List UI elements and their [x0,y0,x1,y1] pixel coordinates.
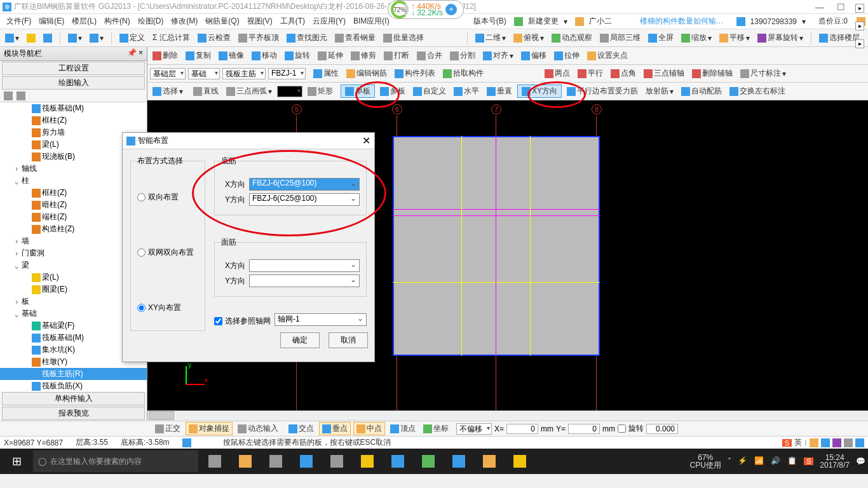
combo-top-y[interactable] [249,274,360,287]
xydir-button[interactable]: XY方向 [517,85,562,98]
menu-view[interactable]: 视图(V) [243,16,276,27]
menu-component[interactable]: 构件(N) [100,16,134,27]
fullscreen-button[interactable]: 全屏 [646,31,676,44]
split-button[interactable]: 分割 [447,49,478,62]
sidebar-btn-drawinput[interactable]: 绘图输入 [2,76,145,90]
app-browser[interactable] [262,450,290,473]
check-refgrid[interactable]: 选择参照轴网 [214,316,271,327]
zoom-button[interactable]: 缩放 ▾ [679,31,714,44]
single-board-button[interactable]: 单板 [341,85,375,98]
snap-perp[interactable]: 垂点 [319,422,351,435]
snap-cross[interactable]: 交点 [286,422,316,435]
dimlabel-button[interactable]: 尺寸标注 ▾ [738,67,789,80]
combo-bot-x[interactable]: FBZJ-6(C25@100) [249,178,360,191]
menu-floor[interactable]: 楼层(L) [68,16,100,27]
menu-cloud[interactable]: 云应用(Y) [309,16,349,27]
pickcomp-button[interactable]: 拾取构件 [440,67,486,80]
sidebar-btn-singleinput[interactable]: 单构件输入 [2,392,145,405]
tree-node[interactable]: 框柱(Z) [0,114,147,126]
tree-node[interactable]: 筏板主筋(R) [0,368,147,380]
copy-button[interactable]: 复制 [183,49,214,62]
delete-button[interactable]: 删除 [150,49,180,62]
sidebar-pin-icon[interactable]: 📌 × [127,48,143,59]
ime-indicator[interactable]: S [782,439,792,447]
findimg-button[interactable]: 查找图元 [284,31,330,44]
app-ggj[interactable] [445,450,473,473]
open-button[interactable] [24,32,38,44]
radio-bidir[interactable]: 双向布置 [137,192,198,203]
menu-bim[interactable]: BIM应用(I) [349,16,393,27]
radio-doublenet[interactable]: 双网双向布置 [137,247,198,258]
combo-refgrid[interactable]: 轴网-1 [275,313,367,326]
autobar-button[interactable]: 自动配筋 [679,85,724,98]
phone-button[interactable]: 13907298339 ▾ [733,17,810,26]
bird-button[interactable]: 俯视 ▾ [511,31,546,44]
user-button[interactable]: 广小二 [571,16,620,27]
batchsel-button[interactable]: 批量选择 [381,31,426,44]
app-notes[interactable] [475,450,503,473]
tray-volume-icon[interactable]: 🔊 [771,456,781,466]
tray-ime-icon[interactable]: S [804,458,813,465]
taskbar-search[interactable]: ◯ 在这里输入你要搜索的内容 [33,451,198,472]
maximize-button[interactable]: ☐ [837,2,845,12]
menu-tools[interactable]: 工具(T) [276,16,309,27]
snap-apex[interactable]: 顶点 [388,422,418,435]
radbar-button[interactable]: 放射筋 ▾ [643,85,676,98]
check-rotate[interactable] [618,424,626,433]
dialog-close-button[interactable]: ✕ [362,135,370,147]
tray-app3-icon[interactable] [832,438,841,447]
view2d-button[interactable]: 二维 ▾ [473,31,508,44]
save-button[interactable] [41,32,55,44]
network-widget[interactable]: 72% ↑ 440K/s ↓ 32.2K/s + [388,0,464,19]
parallel-button[interactable]: 平行 [575,67,606,80]
tree-expand-icon[interactable] [4,92,13,100]
combo-floor[interactable]: 基础层 [150,68,186,79]
new-change-button[interactable]: 新建变更 ▾ [510,16,571,27]
menu-version[interactable]: 版本号(B) [470,16,510,27]
local3d-button[interactable]: 局部三维 [597,31,643,44]
define-button[interactable]: 定义 [117,31,147,44]
flatroof-button[interactable]: 平齐板顶 [236,31,281,44]
canvas-scrollbar[interactable] [147,410,868,421]
sumcalc-button[interactable]: Σ 汇总计算 [150,31,193,44]
menu-draw[interactable]: 绘图(D) [134,16,168,27]
tray-notes-icon[interactable]: 📋 [787,456,797,466]
ok-button[interactable]: 确定 [280,332,320,348]
menu-file[interactable]: 文件(F) [3,16,35,27]
menu-edit[interactable]: 编辑(E) [35,16,68,27]
merge-button[interactable]: 合并 [414,49,445,62]
ortho-toggle[interactable]: 正交 [153,422,183,435]
combo-type[interactable]: 筏板主筋 [222,68,266,79]
menu-steel[interactable]: 钢筋量(Q) [201,16,243,27]
edgebar-button[interactable]: 平行边布置受力筋 [564,85,641,98]
tray-power-icon[interactable]: ⚡ [738,456,748,466]
tray-app2-icon[interactable] [821,438,830,447]
redo-button[interactable]: ▾ [87,32,106,44]
dyninput-toggle[interactable]: 动态输入 [235,422,281,435]
radio-xydir[interactable]: XY向布置 [137,302,198,313]
sidebar-btn-rptpreview[interactable]: 报表预览 [2,407,145,420]
tray-app-icon[interactable] [810,438,818,447]
help-link[interactable]: 楼梯的构件数量如何输… [636,16,728,27]
tray-chevron-icon[interactable]: ˄ [728,457,731,466]
ptangle-button[interactable]: 点角 [608,67,639,80]
taskview-button[interactable] [201,450,229,473]
screenrot-button[interactable]: 屏幕旋转 ▾ [755,31,806,44]
osnap-toggle[interactable]: 对象捕捉 [186,422,233,435]
rect-button[interactable]: 矩形 [305,85,336,98]
app-6[interactable] [384,450,412,473]
input-rotate[interactable]: 0.000 [646,424,678,434]
align-button[interactable]: 对齐 ▾ [480,49,516,62]
extend-button[interactable]: 延伸 [315,49,346,62]
tray-wifi-icon[interactable]: 📶 [754,456,764,466]
undo-button[interactable]: ▾ [65,32,85,44]
start-button[interactable]: ⊞ [3,450,31,473]
move-button[interactable]: 移动 [249,49,280,62]
pan-button[interactable]: 平移 ▾ [717,31,752,44]
dynview-button[interactable]: 动态观察 [549,31,595,44]
trim-button[interactable]: 修剪 [348,49,379,62]
menu-modify[interactable]: 修改(M) [167,16,201,27]
swaplabel-button[interactable]: 交换左右标注 [727,85,788,98]
tray-app4-icon[interactable] [844,438,853,447]
new-button[interactable]: ▾ [3,32,22,44]
